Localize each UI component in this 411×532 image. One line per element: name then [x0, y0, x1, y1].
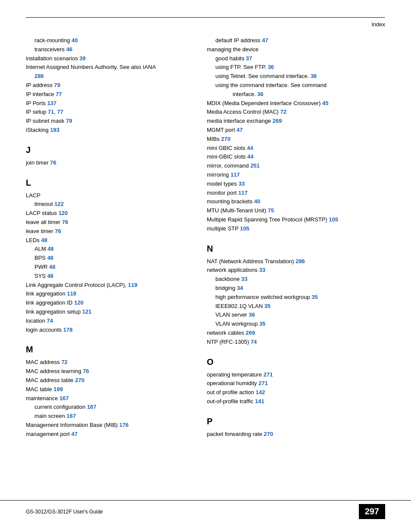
link-119-lacp[interactable]: 119 [128, 282, 137, 288]
link-33-model[interactable]: 33 [239, 180, 245, 187]
link-76-leaveall[interactable]: 76 [62, 219, 68, 225]
link-270-mactable[interactable]: 270 [75, 377, 84, 383]
list-item: using FTP. See FTP. 36 [207, 63, 385, 72]
link-105-stp[interactable]: 105 [240, 225, 249, 232]
link-40-brackets[interactable]: 40 [254, 198, 260, 205]
list-item: link aggregation ID 120 [26, 299, 190, 308]
link-74-loc[interactable]: 74 [47, 317, 53, 324]
link-79-subnet[interactable]: 79 [66, 118, 72, 124]
link-269-mie[interactable]: 269 [272, 118, 282, 124]
link-46[interactable]: 46 [66, 46, 72, 53]
link-45[interactable]: 45 [322, 100, 328, 106]
link-76-maclearn[interactable]: 76 [83, 368, 89, 374]
link-142[interactable]: 142 [255, 389, 265, 395]
link-33-netapp[interactable]: 33 [259, 267, 265, 273]
link-167-maint[interactable]: 167 [59, 395, 69, 401]
link-75[interactable]: 75 [268, 207, 274, 214]
link-271-humid[interactable]: 271 [258, 380, 268, 386]
link-251[interactable]: 251 [250, 162, 260, 169]
link-286-nat[interactable]: 286 [296, 258, 305, 264]
link-71[interactable]: 71 [48, 109, 54, 115]
link-48-alm[interactable]: 48 [47, 246, 53, 252]
link-178[interactable]: 178 [63, 327, 73, 333]
list-item: link aggregation 119 [26, 289, 190, 299]
link-74-ntp[interactable]: 74 [251, 339, 257, 345]
page-header: Index [26, 21, 385, 28]
link-48-bps[interactable]: 48 [47, 255, 53, 261]
link-105-mrstp[interactable]: 105 [329, 216, 338, 223]
list-item: IP Ports 137 [26, 99, 190, 108]
list-item: IP address 79 [26, 81, 190, 90]
list-item: link aggregation setup 121 [26, 308, 190, 317]
link-47-mgmt[interactable]: 47 [72, 431, 78, 437]
link-33-backbone[interactable]: 33 [241, 276, 247, 282]
link-47-defip[interactable]: 47 [262, 37, 268, 44]
link-76-leave[interactable]: 76 [55, 228, 61, 234]
link-269-cables[interactable]: 269 [246, 330, 255, 336]
list-item: default IP address 47 [207, 36, 385, 45]
link-193[interactable]: 193 [50, 127, 59, 133]
link-121[interactable]: 121 [82, 308, 92, 315]
link-199[interactable]: 199 [53, 386, 63, 392]
link-37[interactable]: 37 [246, 55, 252, 62]
link-79-ip[interactable]: 79 [54, 82, 60, 88]
link-286-iana[interactable]: 286 [34, 73, 44, 79]
top-rule [26, 17, 385, 18]
link-270-mibs[interactable]: 270 [221, 136, 230, 142]
list-item: mirroring 117 [207, 171, 385, 180]
link-72-mac[interactable]: 72 [61, 359, 67, 365]
link-76-join[interactable]: 76 [50, 159, 56, 166]
list-item: multiple STP 105 [207, 224, 385, 233]
section-m-letter: M [26, 345, 190, 355]
link-35-hpsw[interactable]: 35 [311, 294, 318, 300]
link-72-media[interactable]: 72 [280, 109, 286, 115]
link-36-cmd[interactable]: 36 [257, 91, 263, 97]
list-item: Management Information Base (MIB) 176 [26, 421, 190, 430]
link-176[interactable]: 176 [119, 422, 129, 428]
link-36-vlanserver[interactable]: 36 [249, 311, 255, 318]
link-48-leds[interactable]: 48 [41, 237, 47, 243]
link-271-temp[interactable]: 271 [264, 371, 273, 378]
link-48-pwr[interactable]: 48 [49, 264, 55, 270]
list-item: good habits 37 [207, 54, 385, 63]
link-120-lacp[interactable]: 120 [59, 210, 68, 216]
footer-page-number: 297 [359, 504, 385, 519]
link-141[interactable]: 141 [255, 398, 265, 404]
link-117-mirror[interactable]: 117 [230, 171, 240, 178]
link-36-telnet[interactable]: 36 [311, 73, 317, 79]
link-34[interactable]: 34 [237, 285, 243, 291]
list-item: operational humidity 271 [207, 379, 385, 388]
link-117-monitor[interactable]: 117 [238, 190, 248, 196]
link-44-minigbic2[interactable]: 44 [247, 153, 253, 160]
link-77-ipiface[interactable]: 77 [56, 91, 62, 97]
list-item: management port 47 [26, 430, 190, 439]
link-122[interactable]: 122 [54, 201, 64, 207]
list-item: packet forwarding rate 270 [207, 430, 385, 439]
right-column: default IP address 47 managing the devic… [207, 36, 385, 439]
list-item: leave all timer 76 [26, 218, 190, 227]
list-item: Multiple Rapid Spanning Tree Protocol (M… [207, 215, 385, 224]
header-title: Index [371, 21, 385, 28]
link-39[interactable]: 39 [79, 55, 85, 62]
link-40[interactable]: 40 [72, 37, 78, 44]
link-167-config[interactable]: 167 [87, 404, 97, 410]
link-48-sys[interactable]: 48 [47, 273, 53, 279]
link-35-vlanwg[interactable]: 35 [259, 320, 265, 327]
link-35-ieee[interactable]: 35 [264, 303, 270, 309]
link-167-screen[interactable]: 167 [66, 413, 76, 419]
link-270-pfr[interactable]: 270 [264, 431, 273, 437]
list-item: LACP [26, 191, 190, 200]
page: Index rack-mounting 40 transceivers 46 i… [0, 0, 411, 532]
link-44-minigbic[interactable]: 44 [247, 145, 253, 151]
link-119-agg[interactable]: 119 [67, 290, 76, 297]
list-item: backbone 33 [207, 275, 385, 284]
list-item: LACP status 120 [26, 209, 190, 218]
link-137[interactable]: 137 [47, 100, 57, 106]
link-77-setup[interactable]: 77 [57, 109, 63, 115]
link-120-id[interactable]: 120 [74, 299, 84, 306]
link-47-mgmtport[interactable]: 47 [237, 127, 243, 133]
list-item: operating temperature 271 [207, 370, 385, 380]
link-36-ftp[interactable]: 36 [268, 64, 274, 70]
list-item: out-of-profile traffic 141 [207, 397, 385, 406]
list-item: MAC address 72 [26, 358, 190, 367]
